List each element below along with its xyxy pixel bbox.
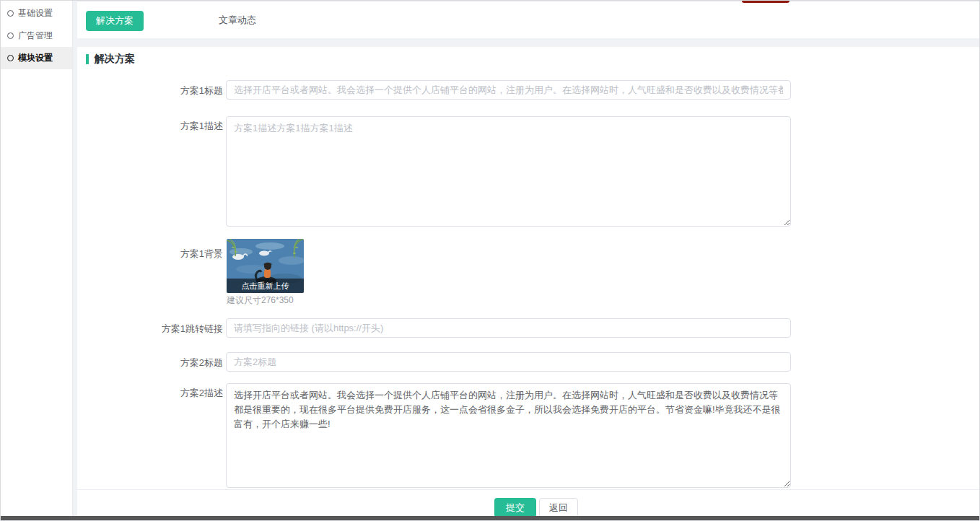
plan1-link-input[interactable] <box>226 318 791 338</box>
tab-solution[interactable]: 解决方案 <box>86 11 144 31</box>
footer-divider <box>77 489 979 490</box>
section-accent-bar <box>86 54 89 64</box>
sidebar-item-label: 广告管理 <box>18 30 53 42</box>
plan1-link-label: 方案1跳转链接 <box>77 323 223 336</box>
circle-icon <box>7 55 14 61</box>
plan1-bg-upload[interactable]: 点击重新上传 <box>227 239 304 293</box>
plan2-title-input[interactable] <box>226 352 791 372</box>
top-red-notch <box>742 1 789 3</box>
plan1-desc-label: 方案1描述 <box>77 120 223 133</box>
tab-bar: 解决方案 文章动态 <box>77 1 979 38</box>
sidebar-item-ad-management[interactable]: 广告管理 <box>1 25 72 47</box>
plan2-title-label: 方案2标题 <box>77 356 223 369</box>
section-header: 解决方案 <box>86 53 135 66</box>
section-title: 解决方案 <box>95 53 135 66</box>
plan1-bg-label: 方案1背景 <box>77 248 223 260</box>
sidebar: 基础设置 广告管理 模块设置 <box>1 1 73 517</box>
submit-button[interactable]: 提交 <box>494 498 536 517</box>
sidebar-item-label: 模块设置 <box>18 52 53 64</box>
page: 基础设置 广告管理 模块设置 解决方案 文章动态 解决方案 方案1标题 方案1描… <box>0 0 980 521</box>
horizontal-scrollbar[interactable] <box>1 516 979 520</box>
plan1-desc-textarea[interactable]: 方案1描述方案1描方案1描述 <box>226 116 791 227</box>
circle-icon <box>7 32 14 39</box>
plan2-desc-label: 方案2描述 <box>77 387 223 400</box>
plan1-title-input[interactable] <box>226 80 791 100</box>
upload-size-hint: 建议尺寸276*350 <box>227 294 294 307</box>
circle-icon <box>7 10 14 17</box>
plan2-desc-textarea[interactable]: 选择开店平台或者网站。我会选择一个提供个人店铺平台的网站，注册为用户。在选择网站… <box>226 383 791 488</box>
sidebar-item-module-settings[interactable]: 模块设置 <box>1 47 72 69</box>
content-panel: 解决方案 方案1标题 方案1描述 方案1描述方案1描方案1描述 方案1背景 <box>77 47 979 517</box>
reupload-overlay-button[interactable]: 点击重新上传 <box>227 279 304 293</box>
back-button[interactable]: 返回 <box>539 498 578 517</box>
sidebar-item-basic-settings[interactable]: 基础设置 <box>1 2 72 25</box>
sidebar-item-label: 基础设置 <box>18 7 53 19</box>
plan1-title-label: 方案1标题 <box>77 84 223 97</box>
tab-article-news[interactable]: 文章动态 <box>219 1 256 39</box>
